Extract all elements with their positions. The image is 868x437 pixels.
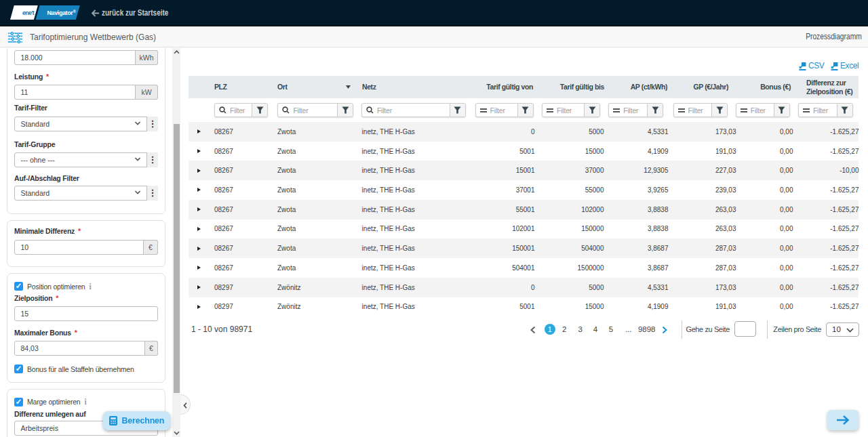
svg-text:Navigator®: Navigator® (47, 9, 77, 16)
svg-text:ene't: ene't (22, 9, 35, 16)
